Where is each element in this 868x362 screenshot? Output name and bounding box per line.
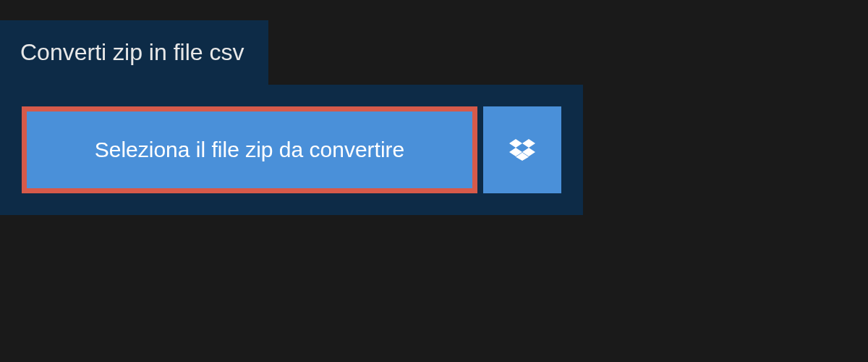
page-title: Converti zip in file csv — [0, 20, 268, 85]
upload-panel: Seleziona il file zip da convertire — [0, 85, 583, 215]
select-file-label: Seleziona il file zip da convertire — [95, 138, 405, 162]
select-file-button[interactable]: Seleziona il file zip da convertire — [22, 106, 477, 193]
dropbox-icon — [509, 137, 535, 163]
dropbox-button[interactable] — [483, 106, 561, 193]
button-row: Seleziona il file zip da convertire — [22, 106, 561, 193]
